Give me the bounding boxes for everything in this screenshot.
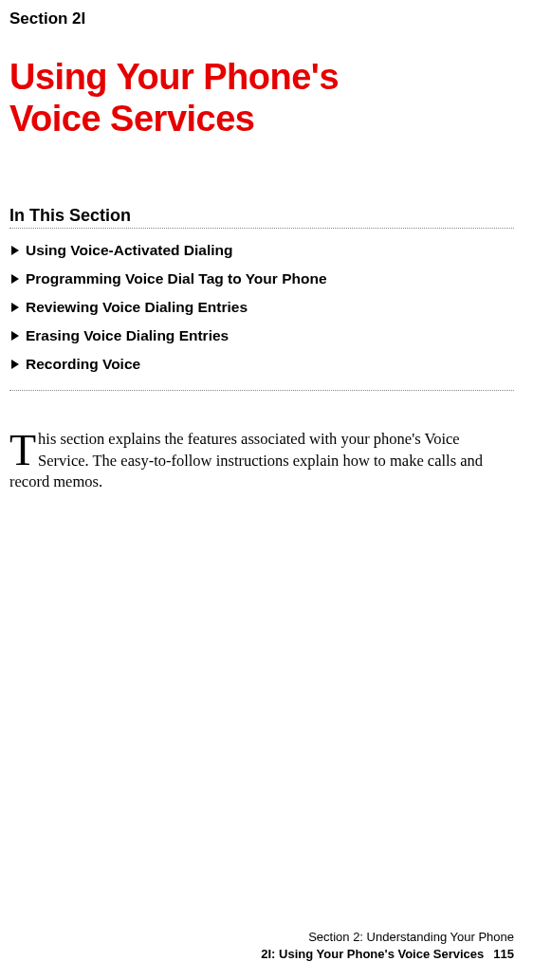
- divider-top: [9, 228, 514, 229]
- divider-bottom: [9, 390, 514, 391]
- toc-item-label: Programming Voice Dial Tag to Your Phone: [26, 270, 327, 287]
- drop-cap: T: [9, 432, 36, 469]
- subheading: In This Section: [9, 206, 514, 226]
- toc-item: Programming Voice Dial Tag to Your Phone: [11, 270, 514, 287]
- triangle-bullet-icon: [11, 360, 19, 369]
- footer-section-path: Section 2: Understanding Your Phone: [261, 929, 514, 946]
- triangle-bullet-icon: [11, 303, 19, 312]
- toc-item: Erasing Voice Dialing Entries: [11, 327, 514, 344]
- toc-item: Reviewing Voice Dialing Entries: [11, 299, 514, 316]
- section-label: Section 2I: [9, 9, 514, 28]
- triangle-bullet-icon: [11, 274, 19, 284]
- toc-item-label: Using Voice-Activated Dialing: [26, 242, 232, 259]
- toc-item: Recording Voice: [11, 356, 514, 373]
- toc-item-label: Recording Voice: [26, 356, 140, 373]
- page-footer: Section 2: Understanding Your Phone 2I: …: [261, 929, 514, 963]
- title-line-1: Using Your Phone's: [9, 57, 339, 97]
- triangle-bullet-icon: [11, 331, 19, 341]
- page-title: Using Your Phone's Voice Services: [9, 57, 514, 139]
- toc-item: Using Voice-Activated Dialing: [11, 242, 514, 259]
- body-text: his section explains the features associ…: [9, 430, 483, 490]
- toc-item-label: Reviewing Voice Dialing Entries: [26, 299, 248, 316]
- body-paragraph: This section explains the features assoc…: [9, 429, 514, 492]
- footer-subsection: 2I: Using Your Phone's Voice Services: [261, 947, 484, 961]
- page-number: 115: [493, 947, 514, 961]
- triangle-bullet-icon: [11, 246, 19, 255]
- toc-item-label: Erasing Voice Dialing Entries: [26, 327, 229, 344]
- title-line-2: Voice Services: [9, 99, 254, 139]
- toc-list: Using Voice-Activated Dialing Programmin…: [9, 242, 514, 373]
- footer-page-label: 2I: Using Your Phone's Voice Services115: [261, 946, 514, 963]
